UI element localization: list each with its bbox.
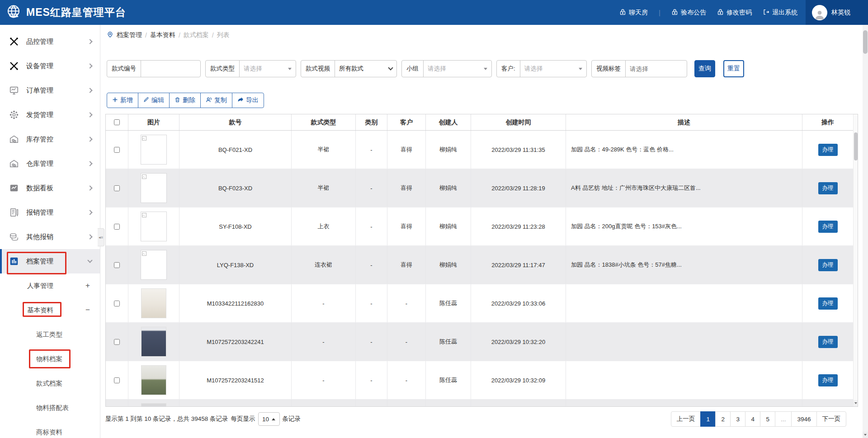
menu-logout[interactable]: 退出系统 xyxy=(763,9,797,17)
style-no: M1072572203242241 xyxy=(179,323,292,361)
style-video-select[interactable]: 所有款式 xyxy=(335,61,396,77)
page-button-3[interactable]: 3 xyxy=(730,411,745,427)
row-checkbox[interactable] xyxy=(114,301,120,306)
sidebar-child-rework-type[interactable]: 返工类型 xyxy=(0,322,100,347)
row-checkbox[interactable] xyxy=(114,262,120,268)
handle-button[interactable]: 办理 xyxy=(818,221,838,233)
column-header-creator: 创建人 xyxy=(426,114,471,130)
add-button[interactable]: 新增 xyxy=(107,93,138,108)
row-checkbox[interactable] xyxy=(114,377,120,383)
style-type-select[interactable]: 请选择 xyxy=(240,61,296,77)
row-checkbox[interactable] xyxy=(114,147,120,153)
sidebar-child-material-match[interactable]: 物料搭配表 xyxy=(0,396,100,420)
handle-button[interactable]: 办理 xyxy=(818,182,838,194)
select-all-checkbox[interactable] xyxy=(114,119,120,125)
sidebar-item-shipping[interactable]: 发货管理 xyxy=(0,103,100,127)
page-button-2[interactable]: 2 xyxy=(715,411,731,427)
handle-button[interactable]: 办理 xyxy=(818,297,838,310)
chevron-right-icon xyxy=(87,185,92,190)
sidebar-child-style-archive[interactable]: 款式档案 xyxy=(0,371,100,396)
chevron-right-icon xyxy=(87,161,92,166)
breadcrumb-item[interactable]: 款式档案 xyxy=(184,31,209,39)
menu-fabric-notice[interactable]: 验布公告 xyxy=(671,9,706,17)
created-at: 2022/03/29 10:32:20 xyxy=(471,323,566,361)
breadcrumb-separator: / xyxy=(212,32,214,39)
row-checkbox[interactable] xyxy=(114,339,120,345)
user-menu[interactable]: 林英锐 xyxy=(806,0,868,25)
menu-chat-room[interactable]: 聊天房 xyxy=(619,9,648,17)
sidebar-item-orders[interactable]: 订单管理 xyxy=(0,78,100,103)
sidebar-collapse-handle[interactable]: ◂≡ xyxy=(98,228,104,246)
row-checkbox[interactable] xyxy=(114,185,120,191)
table-scroll-down-button[interactable] xyxy=(854,400,858,406)
sidebar-child-material-archive[interactable]: 物料档案 xyxy=(0,347,100,371)
group-select[interactable]: 请选择 xyxy=(424,61,491,77)
video-tag-input[interactable] xyxy=(630,66,683,72)
edit-button[interactable]: 编辑 xyxy=(138,93,170,108)
product-image-placeholder[interactable] xyxy=(141,135,167,165)
page-scroll-down-button[interactable] xyxy=(863,432,868,438)
page-button-3946[interactable]: 3946 xyxy=(791,411,816,427)
style-no-input[interactable] xyxy=(145,66,196,72)
filter-customer: 客户: 请选择 xyxy=(496,60,587,77)
page-button-4[interactable]: 4 xyxy=(745,411,760,427)
filter-label: 款式视频 xyxy=(301,61,335,77)
sidebar-item-inventory[interactable]: 库存管控 xyxy=(0,127,100,151)
breadcrumb-item: 列表 xyxy=(217,31,230,39)
product-image[interactable] xyxy=(141,403,166,407)
sidebar-subitem-basic-data[interactable]: 基本资料 − xyxy=(0,298,100,322)
next-page-button[interactable]: 下一页 xyxy=(816,411,847,427)
sidebar-item-reimbursement[interactable]: 报销管理 xyxy=(0,200,100,225)
table-row: SY-F108-XD 上衣 - 喜得 柳娟纯 2022/03/29 11:23:… xyxy=(106,207,858,246)
page-scrollbar[interactable] xyxy=(863,25,868,438)
page-button-5[interactable]: 5 xyxy=(760,411,775,427)
sidebar-item-dashboard[interactable]: 数据看板 xyxy=(0,176,100,200)
handle-button[interactable]: 办理 xyxy=(818,336,838,348)
product-image-placeholder[interactable] xyxy=(141,212,167,241)
table-scrollbar-thumb[interactable] xyxy=(854,132,858,160)
product-image[interactable] xyxy=(141,365,166,395)
handle-button[interactable]: 办理 xyxy=(818,144,838,156)
category: - xyxy=(356,207,387,245)
product-image[interactable] xyxy=(141,327,166,357)
page-scrollbar-thumb[interactable] xyxy=(863,30,868,54)
globe-icon xyxy=(5,4,22,21)
pagination-bar: 显示第 1 到第 10 条记录，总共 39458 条记录 每页显示 10 条记录… xyxy=(105,409,846,429)
trash-icon xyxy=(175,97,180,104)
category: - xyxy=(356,323,387,361)
breadcrumb: 档案管理 / 基本资料 / 款式档案 / 列表 xyxy=(107,31,230,39)
search-button[interactable]: 查询 xyxy=(694,60,715,77)
reset-button[interactable]: 重置 xyxy=(723,60,744,77)
sidebar-item-warehouse[interactable]: 仓库管理 xyxy=(0,151,100,176)
menu-label: 聊天房 xyxy=(629,9,648,17)
product-image-placeholder[interactable] xyxy=(141,250,167,280)
sidebar-subitem-hr[interactable]: 人事管理 + xyxy=(0,273,100,298)
product-image[interactable] xyxy=(141,288,166,318)
table-scrollbar[interactable] xyxy=(853,114,858,406)
style-type: - xyxy=(292,323,356,361)
page-button-1[interactable]: 1 xyxy=(700,411,716,427)
sidebar-item-quality[interactable]: 品控管理 xyxy=(0,29,100,54)
handle-button[interactable]: 办理 xyxy=(818,259,838,271)
handle-button[interactable]: 办理 xyxy=(818,374,838,386)
copy-button[interactable]: 复制 xyxy=(200,93,232,108)
created-at: 2022/03/29 11:28:19 xyxy=(471,169,566,207)
customer-select[interactable]: 请选择 xyxy=(520,61,586,77)
sidebar-item-other-reimbursement[interactable]: 其他报销 xyxy=(0,225,100,249)
page-size-select[interactable]: 10 xyxy=(258,412,280,426)
menu-change-password[interactable]: 修改密码 xyxy=(717,9,752,17)
delete-button[interactable]: 删除 xyxy=(169,93,201,108)
breadcrumb-item[interactable]: 基本资料 xyxy=(150,31,175,39)
export-button[interactable]: 导出 xyxy=(232,93,264,108)
button-label: 新增 xyxy=(120,96,133,104)
sidebar-item-equipment[interactable]: 设备管理 xyxy=(0,54,100,78)
prev-page-button[interactable]: 上一页 xyxy=(671,411,701,427)
location-pin-icon xyxy=(107,31,113,39)
column-header-category: 类别 xyxy=(356,114,387,130)
breadcrumb-item[interactable]: 档案管理 xyxy=(117,31,142,39)
sidebar-child-trademark[interactable]: 商标资料 xyxy=(0,420,100,438)
product-image-placeholder[interactable] xyxy=(141,173,167,203)
select-chevron-icon xyxy=(388,65,393,70)
sidebar-item-archives[interactable]: 档案管理 xyxy=(0,249,100,273)
row-checkbox[interactable] xyxy=(114,224,120,230)
